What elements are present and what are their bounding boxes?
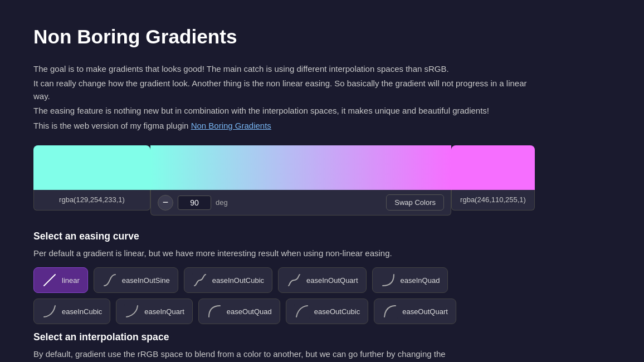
ease-out-quart-icon xyxy=(382,304,398,319)
degree-unit-label: deg xyxy=(216,197,228,208)
gradient-preview xyxy=(150,145,451,190)
easing-section: Select an easing curve Per default a gra… xyxy=(33,229,611,324)
minus-button[interactable]: − xyxy=(158,195,173,211)
degree-input[interactable] xyxy=(178,195,211,210)
interpolation-section: Select an interpolation space By default… xyxy=(33,330,611,360)
right-color-swatch[interactable] xyxy=(451,145,535,190)
easing-desc: Per default a gradient is linear, but we… xyxy=(33,247,611,260)
desc-line-2: It can really change how the gradient lo… xyxy=(33,77,535,102)
right-color-label: rgba(246,110,255,1) xyxy=(451,190,535,211)
ease-in-out-quart-icon xyxy=(286,272,302,288)
easing-title: Select an easing curve xyxy=(33,229,611,243)
easing-btn-easeOutCubic[interactable]: easeOutCubic xyxy=(286,299,368,324)
swap-colors-button[interactable]: Swap Colors xyxy=(386,194,444,211)
right-color-wrapper: rgba(246,110,255,1) xyxy=(451,145,535,216)
interp-title: Select an interpolation space xyxy=(33,330,611,344)
easing-btn-easeInCubic[interactable]: easeInCubic xyxy=(33,299,110,324)
easing-btn-easeInOutCubic[interactable]: easeInOutCubic xyxy=(184,267,272,293)
description-block: The goal is to make gradients that looks… xyxy=(33,63,535,133)
gradient-wrapper: − deg Swap Colors xyxy=(150,145,451,216)
easing-btn-easeOutQuart[interactable]: easeOutQuart xyxy=(374,299,456,324)
easing-btn-easeInQuad[interactable]: easeInQuad xyxy=(372,267,448,293)
left-color-label: rgba(129,254,233,1) xyxy=(33,190,150,211)
easing-btn-linear[interactable]: linear xyxy=(33,267,88,293)
easing-btn-easeInOutSine[interactable]: easeInOutSine xyxy=(94,267,178,293)
ease-in-quad-icon xyxy=(380,272,396,288)
ease-out-quad-icon xyxy=(207,304,222,319)
ease-in-cubic-icon xyxy=(42,304,57,319)
gradient-section: rgba(129,254,233,1) − deg Swap Colors rg… xyxy=(33,145,535,216)
easing-btn-easeInOutQuart[interactable]: easeInOutQuart xyxy=(278,267,367,293)
left-color-wrapper: rgba(129,254,233,1) xyxy=(33,145,150,216)
gradient-controls: − deg Swap Colors xyxy=(150,190,451,216)
desc-line-3: The easing feature is nothing new but in… xyxy=(33,105,535,118)
ease-in-out-sine-icon xyxy=(102,272,118,288)
easing-btn-easeOutQuad[interactable]: easeOutQuad xyxy=(198,299,280,324)
easing-btn-easeInQuart[interactable]: easeInQuart xyxy=(116,299,193,324)
linear-icon xyxy=(42,272,57,288)
ease-in-out-cubic-icon xyxy=(192,272,208,288)
desc-line-1: The goal is to make gradients that looks… xyxy=(33,63,535,76)
easing-row-2: easeInCubic easeInQuart easeOutQuad ease… xyxy=(33,299,535,324)
ease-in-quart-icon xyxy=(124,304,140,319)
desc-line-4: This is the web version of my figma plug… xyxy=(33,120,535,133)
page-title: Non Boring Gradients xyxy=(33,22,611,52)
ease-out-cubic-icon xyxy=(294,304,310,319)
easing-row-1: linear easeInOutSine easeInOutCubic ease… xyxy=(33,267,535,293)
left-color-swatch[interactable] xyxy=(33,145,150,190)
figma-plugin-link[interactable]: Non Boring Gradients xyxy=(191,121,271,130)
interp-desc: By default, gradient use the rRGB space … xyxy=(33,348,611,361)
